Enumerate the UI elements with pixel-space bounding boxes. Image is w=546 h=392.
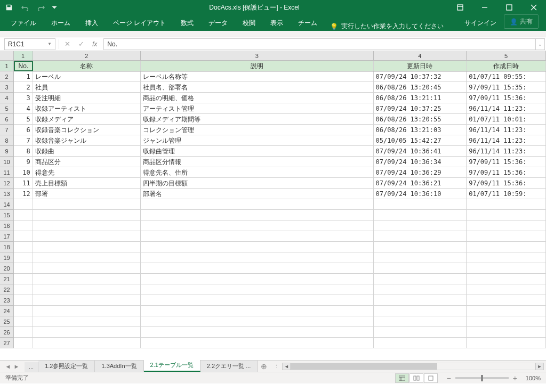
cell[interactable]: アーティスト管理 bbox=[141, 103, 373, 114]
cell[interactable]: ジャンル管理 bbox=[141, 135, 373, 146]
cell[interactable]: 96/11/14 11:23: bbox=[467, 135, 546, 146]
cell[interactable] bbox=[467, 199, 546, 210]
formula-input[interactable]: No. bbox=[103, 38, 535, 50]
sheet-nav-prev-icon[interactable]: ◄ bbox=[4, 363, 12, 370]
cell[interactable]: 収録メディア期間等 bbox=[141, 114, 373, 125]
cell[interactable] bbox=[141, 284, 373, 295]
tell-me-search[interactable]: 💡 実行したい作業を入力してください bbox=[325, 22, 449, 31]
cell[interactable] bbox=[141, 316, 373, 327]
cell[interactable]: 更新日時 bbox=[374, 61, 467, 71]
cell[interactable]: 97/09/11 15:35: bbox=[467, 82, 546, 93]
col-header[interactable]: 4 bbox=[374, 51, 467, 60]
cell[interactable] bbox=[467, 231, 546, 242]
cell[interactable]: 受注明細 bbox=[33, 93, 141, 103]
cell[interactable] bbox=[141, 199, 373, 210]
hscroll-right-icon[interactable]: ► bbox=[535, 363, 544, 370]
cell[interactable] bbox=[14, 231, 33, 242]
zoom-in-icon[interactable]: + bbox=[513, 374, 517, 382]
cell[interactable]: 07/09/24 10:36:21 bbox=[374, 178, 467, 189]
cell[interactable] bbox=[374, 327, 467, 338]
row-header[interactable]: 5 bbox=[0, 103, 14, 114]
cell[interactable] bbox=[14, 274, 33, 284]
cell[interactable] bbox=[33, 284, 141, 295]
tab-pagelayout[interactable]: ページ レイアウト bbox=[106, 15, 173, 31]
cell[interactable]: 商品区分 bbox=[33, 157, 141, 167]
close-icon[interactable] bbox=[521, 0, 546, 15]
cell[interactable]: 作成日時 bbox=[467, 61, 546, 71]
cell[interactable] bbox=[14, 284, 33, 295]
enter-formula-icon[interactable]: ✓ bbox=[74, 40, 88, 48]
row-header[interactable]: 26 bbox=[0, 327, 14, 338]
col-header[interactable]: 2 bbox=[33, 51, 141, 60]
row-header[interactable]: 13 bbox=[0, 189, 14, 199]
cell[interactable] bbox=[467, 338, 546, 348]
row-header[interactable]: 21 bbox=[0, 274, 14, 284]
cell[interactable] bbox=[467, 263, 546, 274]
cell[interactable]: 01/07/11 10:59: bbox=[467, 189, 546, 199]
cell[interactable] bbox=[14, 252, 33, 263]
cell[interactable] bbox=[467, 295, 546, 306]
cell[interactable] bbox=[33, 210, 141, 220]
cell[interactable] bbox=[14, 210, 33, 220]
cell[interactable] bbox=[33, 338, 141, 348]
cell[interactable]: 07/09/24 10:36:34 bbox=[374, 157, 467, 167]
row-header[interactable]: 18 bbox=[0, 242, 14, 252]
cell[interactable] bbox=[467, 316, 546, 327]
row-header[interactable]: 20 bbox=[0, 263, 14, 274]
cell[interactable] bbox=[374, 210, 467, 220]
cell[interactable]: 07/09/24 10:36:29 bbox=[374, 167, 467, 178]
tab-split-handle[interactable]: ⋮ bbox=[274, 363, 277, 370]
view-pagelayout-icon[interactable] bbox=[410, 373, 423, 383]
tab-formulas[interactable]: 数式 bbox=[173, 15, 201, 31]
cell[interactable]: レーベル名称等 bbox=[141, 71, 373, 82]
cell[interactable] bbox=[141, 327, 373, 338]
cell[interactable]: 収録音楽ジャンル bbox=[33, 135, 141, 146]
row-header[interactable]: 6 bbox=[0, 114, 14, 125]
cell[interactable] bbox=[14, 220, 33, 231]
cell[interactable] bbox=[374, 274, 467, 284]
cell[interactable]: 96/11/14 11:23: bbox=[467, 146, 546, 157]
minimize-icon[interactable] bbox=[472, 0, 497, 15]
cell[interactable] bbox=[33, 274, 141, 284]
cell[interactable]: 07/09/24 10:36:41 bbox=[374, 146, 467, 157]
redo-icon[interactable] bbox=[35, 2, 47, 13]
cell[interactable] bbox=[33, 252, 141, 263]
cell[interactable] bbox=[467, 306, 546, 316]
cell[interactable] bbox=[374, 220, 467, 231]
row-header[interactable]: 10 bbox=[0, 157, 14, 167]
cell[interactable] bbox=[374, 284, 467, 295]
fx-icon[interactable]: fx bbox=[88, 40, 101, 48]
cell[interactable]: 部署 bbox=[33, 189, 141, 199]
cell[interactable] bbox=[374, 295, 467, 306]
save-icon[interactable] bbox=[3, 2, 15, 13]
cell[interactable]: 05/10/05 15:42:27 bbox=[374, 135, 467, 146]
cell[interactable] bbox=[14, 263, 33, 274]
cell[interactable]: 07/09/24 10:37:32 bbox=[374, 71, 467, 82]
row-header[interactable]: 12 bbox=[0, 178, 14, 189]
cell[interactable]: 収録メディア bbox=[33, 114, 141, 125]
undo-icon[interactable] bbox=[19, 2, 31, 13]
cell[interactable] bbox=[141, 306, 373, 316]
cell[interactable]: 97/09/11 15:36: bbox=[467, 178, 546, 189]
row-header[interactable]: 7 bbox=[0, 125, 14, 135]
row-header[interactable]: 1 bbox=[0, 61, 14, 71]
cell[interactable]: 10 bbox=[14, 167, 33, 178]
cell[interactable]: 売上目標額 bbox=[33, 178, 141, 189]
cell[interactable]: 1 bbox=[14, 71, 33, 82]
row-header[interactable]: 3 bbox=[0, 82, 14, 93]
cell[interactable] bbox=[374, 242, 467, 252]
cell[interactable] bbox=[141, 338, 373, 348]
row-header[interactable]: 22 bbox=[0, 284, 14, 295]
cell[interactable]: 4 bbox=[14, 103, 33, 114]
row-header[interactable]: 14 bbox=[0, 199, 14, 210]
select-all-corner[interactable] bbox=[0, 51, 14, 60]
cell[interactable] bbox=[14, 242, 33, 252]
cell[interactable] bbox=[14, 199, 33, 210]
cell[interactable]: コレクション管理 bbox=[141, 125, 373, 135]
cell[interactable]: No. bbox=[14, 61, 33, 71]
cell[interactable] bbox=[141, 252, 373, 263]
cell[interactable] bbox=[33, 295, 141, 306]
cell[interactable]: 名称 bbox=[33, 61, 141, 71]
cell[interactable]: 部署名 bbox=[141, 189, 373, 199]
cell[interactable] bbox=[141, 242, 373, 252]
